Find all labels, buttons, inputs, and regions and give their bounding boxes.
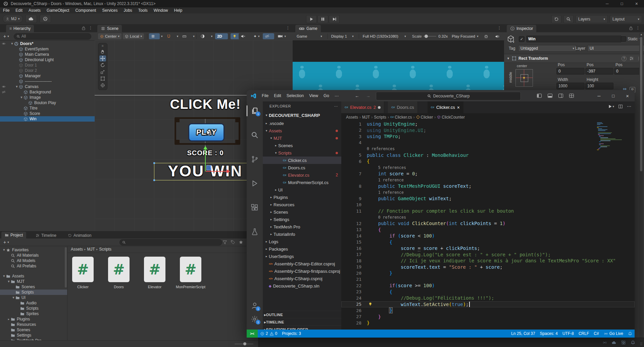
- code-line[interactable]: 18 // Ici je veux indiquer le score mis …: [341, 258, 635, 264]
- code-line[interactable]: 9 public GameObject winText;: [341, 196, 635, 202]
- hidden-objects-toggle[interactable]: [263, 33, 274, 39]
- nav-forward-button[interactable]: →: [362, 93, 374, 98]
- move-snap-dropdown[interactable]: ▾: [177, 35, 179, 38]
- field-posy[interactable]: -397: [585, 68, 613, 75]
- nav-back-button[interactable]: ←: [341, 93, 362, 98]
- game-audio-toggle[interactable]: [493, 33, 503, 39]
- explorer-item[interactable]: ▾MJT: [263, 134, 341, 142]
- view-tool-button[interactable]: [99, 49, 106, 55]
- vscode-menu-file[interactable]: File: [259, 93, 271, 98]
- code-line[interactable]: 15 {: [341, 239, 635, 246]
- codelens-label[interactable]: 1 reference: [341, 190, 404, 195]
- hierarchy-item[interactable]: EventSystem: [0, 46, 95, 52]
- expand-arrow[interactable]: ▼: [15, 85, 19, 88]
- tab-hierarchy[interactable]: ≡ Hierarchy: [6, 25, 34, 32]
- hierarchy-item[interactable]: Manager: [0, 73, 95, 79]
- hierarchy-item[interactable]: ▼Canvas: [0, 84, 95, 89]
- code-line[interactable]: 28}: [341, 320, 635, 326]
- unity-menu-tools[interactable]: Tools: [135, 7, 151, 13]
- status-crlf[interactable]: CRLF: [576, 330, 591, 338]
- account-activity-icon[interactable]: 1: [251, 302, 259, 310]
- static-checkbox[interactable]: [621, 36, 626, 42]
- field-height[interactable]: 100: [585, 83, 613, 89]
- lock-icon[interactable]: [81, 26, 86, 31]
- unity-menu-services[interactable]: Services: [99, 7, 120, 13]
- breadcrumb-item-mjt[interactable]: MJT: [362, 115, 370, 120]
- customize-layout-icon[interactable]: [569, 93, 574, 98]
- game-more-button[interactable]: ⋮: [497, 26, 501, 30]
- settings-gear-icon[interactable]: 1: [251, 315, 259, 323]
- split-editor-icon[interactable]: [618, 104, 623, 109]
- move-snap-toggle[interactable]: [165, 33, 176, 39]
- explorer-item[interactable]: </>Assembly-CSharp-Editor.csproj: [263, 260, 341, 267]
- audio-mute-toggle[interactable]: [239, 33, 250, 39]
- code-line[interactable]: 17 //Debug.Log("Le score est : " + score…: [341, 252, 635, 258]
- vscode-maximize-button[interactable]: □: [606, 93, 620, 98]
- vscode-menu-edit[interactable]: Edit: [271, 93, 284, 98]
- code-line[interactable]: 6{: [341, 158, 635, 165]
- activity-icon-2[interactable]: [612, 340, 616, 345]
- asset-item-elevator[interactable]: #: [144, 257, 165, 282]
- gizmo-y-axis[interactable]: [205, 147, 206, 171]
- project-tree-item[interactable]: Audio: [0, 300, 67, 306]
- notifications-bell[interactable]: [626, 330, 635, 338]
- vscode-menu-view[interactable]: View: [306, 93, 321, 98]
- problems-indicator[interactable]: 2 0: [258, 330, 280, 338]
- section-timeline[interactable]: ▸TIMELINE: [263, 318, 341, 326]
- unity-close-button[interactable]: ×: [629, 1, 644, 6]
- codelens-row[interactable]: 1 reference: [341, 177, 635, 183]
- project-tree-item[interactable]: Sprites: [0, 311, 67, 316]
- code-line[interactable]: 10: [341, 202, 635, 208]
- hierarchy-item[interactable]: ▼Doors*: [0, 41, 95, 46]
- search-activity-icon[interactable]: [251, 131, 259, 139]
- project-tree-item[interactable]: ▸TextMesh Pro: [0, 338, 67, 340]
- item-size-slider[interactable]: [235, 344, 253, 344]
- shading-dropdown[interactable]: ▾: [211, 35, 213, 38]
- scale-tool-button[interactable]: [99, 69, 106, 75]
- active-checkbox[interactable]: ✓: [519, 36, 525, 42]
- expand-arrow[interactable]: ▼: [7, 280, 11, 283]
- codelens-label[interactable]: 5 references: [341, 165, 406, 170]
- project-tree-item[interactable]: ▼Favorites: [0, 247, 67, 253]
- expand-chevron[interactable]: ▸: [269, 225, 274, 228]
- field-width[interactable]: 1000: [556, 83, 585, 89]
- project-tree-item[interactable]: All Materials: [0, 253, 67, 258]
- code-line[interactable]: 26 }: [341, 307, 635, 314]
- remote-indicator[interactable]: ><: [247, 330, 258, 338]
- rotate-tool-button[interactable]: [99, 62, 106, 68]
- toggle-panel-icon[interactable]: [547, 93, 553, 98]
- overlay-drag-handle[interactable]: ≡: [98, 44, 107, 48]
- search-button[interactable]: [563, 15, 574, 23]
- resolution-dropdown[interactable]: Full HD (1920x1080)▾: [361, 33, 408, 39]
- hierarchy-item[interactable]: --------------------: [0, 79, 95, 84]
- command-center-search[interactable]: Decouverte_CSharp: [376, 92, 521, 100]
- gameobject-icon-dropdown[interactable]: ▾: [513, 40, 514, 44]
- expand-chevron[interactable]: ▸: [274, 188, 278, 191]
- explorer-item[interactable]: ▸Logs: [263, 238, 341, 245]
- resize-grip[interactable]: ⠿: [640, 342, 643, 347]
- status-go-live[interactable]: Go Live: [601, 330, 626, 338]
- hierarchy-item[interactable]: Main Camera: [0, 52, 95, 57]
- activity-icon-1[interactable]: [602, 340, 607, 345]
- project-tree-item[interactable]: Settings: [0, 333, 67, 338]
- explorer-item[interactable]: ▸Resources: [263, 201, 341, 208]
- code-editor[interactable]: 1using UnityEngine;2using UnityEngine.UI…: [341, 121, 635, 330]
- expand-chevron[interactable]: ▸: [264, 122, 269, 125]
- editor-tab-doors-cs[interactable]: C#Doors.cs: [388, 101, 418, 113]
- field-posx[interactable]: 0: [556, 68, 585, 75]
- asset-item-doors[interactable]: #: [108, 257, 130, 282]
- codelens-row[interactable]: 0 references: [341, 146, 635, 152]
- status-c-[interactable]: C#: [591, 330, 601, 338]
- gameobject-name-field[interactable]: Win: [526, 36, 622, 42]
- layout-dropdown[interactable]: Layout▾: [610, 15, 642, 23]
- code-line[interactable]: 7 int score = 0;: [341, 171, 635, 177]
- status-utf-8[interactable]: UTF-8: [560, 330, 576, 338]
- expand-arrow[interactable]: ▼: [19, 96, 23, 99]
- inspector-lock-icon[interactable]: [629, 26, 633, 31]
- source-control-activity-icon[interactable]: [251, 155, 259, 163]
- code-line[interactable]: 12 public void ClickCounter(int clickPoi…: [341, 220, 635, 227]
- unity-menu-jobs[interactable]: Jobs: [120, 7, 135, 13]
- unity-menu-component[interactable]: Component: [72, 7, 99, 13]
- codelens-row[interactable]: 1 reference: [341, 189, 635, 196]
- vscode-close-button[interactable]: ×: [620, 93, 635, 99]
